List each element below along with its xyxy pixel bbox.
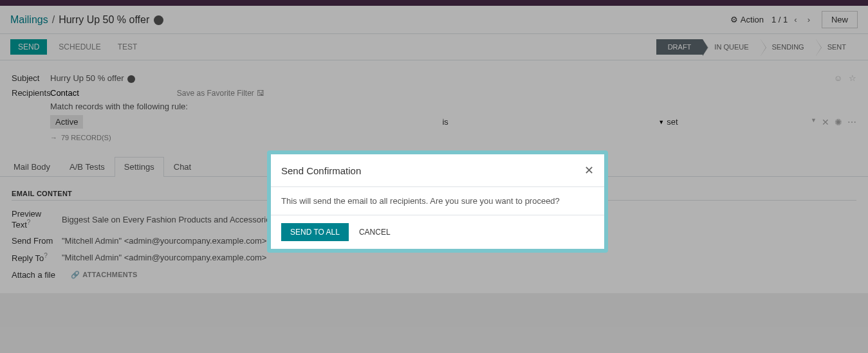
modal-body: This will send the email to all recipien… [271,187,604,215]
send-to-all-button[interactable]: SEND TO ALL [281,223,349,241]
modal-title: Send Confirmation [281,165,361,176]
modal-footer: SEND TO ALL CANCEL [271,215,604,249]
cancel-button[interactable]: CANCEL [356,223,393,241]
modal-close-button[interactable]: ✕ [584,163,594,177]
send-confirmation-modal: Send Confirmation ✕ This will send the e… [267,150,608,253]
modal-header: Send Confirmation ✕ [271,154,604,187]
